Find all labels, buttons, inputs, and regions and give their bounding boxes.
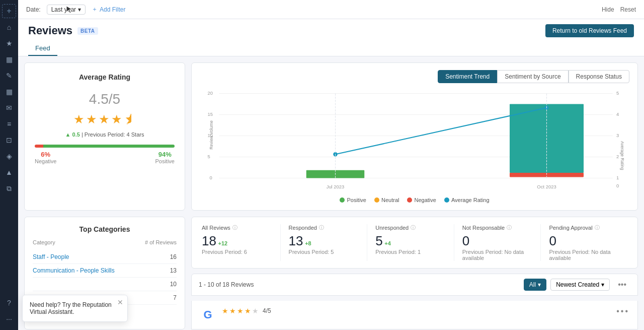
topbar: Date: Last year ▾ ＋ Add Filter Hide Rese… xyxy=(18,0,644,19)
svg-text:Oct 2023: Oct 2023 xyxy=(537,184,556,190)
sidebar-item-layers[interactable]: ⧉ xyxy=(2,181,16,195)
reset-button[interactable]: Reset xyxy=(620,6,636,13)
category-count-3: 10 xyxy=(170,281,177,288)
sidebar-item-star[interactable]: ★ xyxy=(2,36,16,50)
pending-approval-value: 0 xyxy=(549,233,556,248)
svg-text:15: 15 xyxy=(207,111,213,117)
all-reviews-delta: +12 xyxy=(218,240,228,246)
sidebar-item-people[interactable]: ⊡ xyxy=(2,133,16,147)
stars-display: ★ ★ ★ ★ ⯨ xyxy=(35,112,175,126)
top-row: Average Rating 4.5/5 ★ ★ ★ ★ ⯨ ▲ 0.5 | P… xyxy=(24,62,638,211)
pending-approval-value-row: 0 xyxy=(549,233,619,249)
star-2: ★ xyxy=(86,112,97,126)
star-1: ★ xyxy=(73,112,85,126)
unresponded-delta: +4 xyxy=(384,240,391,246)
date-filter-pill[interactable]: Last year ▾ xyxy=(47,5,86,15)
list-icon: ≡ xyxy=(7,120,11,128)
reviews-col-header: # of Reviews xyxy=(145,239,177,245)
sidebar-item-tag[interactable]: ◈ xyxy=(2,149,16,163)
return-to-old-button[interactable]: Return to old Reviews Feed xyxy=(545,24,634,37)
legend-positive: Positive xyxy=(340,197,366,203)
stats-and-list: All Reviews ⓘ 18 +12 Previous Period: 6 xyxy=(191,217,638,329)
review-actions-button[interactable]: ••• xyxy=(616,307,629,316)
stat-responded: Responded ⓘ 13 +8 Previous Period: 5 xyxy=(281,224,368,261)
chart-tab-sentiment-source[interactable]: Sentiment by Source xyxy=(497,70,568,83)
list-controls: All ▾ Newest Created ▾ ••• xyxy=(524,278,630,291)
pos-pct: 94% xyxy=(155,151,175,158)
date-label: Date: xyxy=(26,6,41,13)
page-header: Reviews BETA Return to old Reviews Feed … xyxy=(18,19,644,56)
sentiment-bar xyxy=(35,145,175,148)
sidebar-item-question[interactable]: ? xyxy=(2,296,16,310)
negative-dot xyxy=(407,197,412,203)
responded-delta: +8 xyxy=(305,240,311,246)
svg-text:Average Rating: Average Rating xyxy=(620,141,625,170)
rating-score: 4.5/5 xyxy=(35,87,175,108)
chart-header: Sentiment Trend Sentiment by Source Resp… xyxy=(200,70,629,83)
edit-icon: ✎ xyxy=(6,72,12,80)
mail-icon: ✉ xyxy=(6,104,12,112)
sentiment-chart: 20 15 10 5 0 5 4 3 2 1 0 xyxy=(200,88,629,194)
sidebar-item-chart[interactable]: ▦ xyxy=(2,52,16,67)
rating-value: 4.5 xyxy=(89,91,109,107)
sentiment-labels: 6% Negative 94% Positive xyxy=(35,151,175,164)
category-name-2[interactable]: Communication - People Skills xyxy=(33,267,115,274)
neg-pct: 6% xyxy=(35,151,56,158)
svg-text:Review Volume: Review Volume xyxy=(209,120,214,150)
sidebar-item-list[interactable]: ≡ xyxy=(2,117,16,131)
pending-approval-prev: Previous Period: No data available xyxy=(549,249,619,261)
all-filter-button[interactable]: All ▾ xyxy=(524,279,546,291)
positive-dot xyxy=(340,197,345,203)
negative-legend-label: Negative xyxy=(414,197,436,203)
sidebar: + ⌂ ★ ▦ ✎ ▦ ✉ ≡ ⊡ ◈ ▲ ⧉ ? ··· xyxy=(0,0,18,330)
chat-popup: ✕ Need help? Try the Reputation Virtual … xyxy=(22,295,128,322)
responded-label: Responded ⓘ xyxy=(289,224,359,231)
sidebar-item-mail[interactable]: ✉ xyxy=(2,101,16,115)
tab-feed[interactable]: Feed xyxy=(28,41,57,56)
review-star-3: ★ xyxy=(237,307,244,315)
pos-label: Positive xyxy=(155,158,175,164)
sidebar-item-more[interactable]: ··· xyxy=(2,312,16,326)
svg-text:0: 0 xyxy=(616,183,619,188)
svg-text:5: 5 xyxy=(616,90,619,96)
add-filter-button[interactable]: ＋ Add Filter xyxy=(92,5,125,14)
chart-legend: Positive Neutral Negative Average R xyxy=(200,197,629,203)
all-reviews-info-icon: ⓘ xyxy=(232,224,237,231)
categories-header: Category # of Reviews xyxy=(33,239,177,245)
tabs: Feed xyxy=(28,41,634,56)
star-4: ★ xyxy=(111,112,122,126)
sidebar-item-edit[interactable]: ✎ xyxy=(2,69,16,83)
more-options-button[interactable]: ••• xyxy=(614,278,630,291)
category-name-1[interactable]: Staff - People xyxy=(33,253,69,260)
graph-icon: ▲ xyxy=(6,168,13,176)
category-count-4: 7 xyxy=(173,294,177,301)
all-reviews-value: 18 xyxy=(202,233,216,248)
sort-button[interactable]: Newest Created ▾ xyxy=(550,279,610,291)
question-icon: ? xyxy=(7,299,11,307)
chevron-down-icon: ▾ xyxy=(78,6,81,13)
chart-tab-response-status[interactable]: Response Status xyxy=(569,70,629,83)
chat-close-button[interactable]: ✕ xyxy=(117,298,123,306)
list-item: Staff - People 16 xyxy=(33,250,177,264)
calendar-icon: ▦ xyxy=(6,88,13,96)
page-title-row: Reviews BETA Return to old Reviews Feed xyxy=(28,24,634,37)
list-item: Communication - People Skills 13 xyxy=(33,264,177,278)
rating-card: Average Rating 4.5/5 ★ ★ ★ ★ ⯨ ▲ 0.5 | P… xyxy=(24,62,185,211)
sidebar-item-home[interactable]: ⌂ xyxy=(2,20,16,34)
sidebar-add-button[interactable]: + xyxy=(2,4,16,18)
chevron-down-icon: ▾ xyxy=(601,281,604,288)
beta-badge: BETA xyxy=(77,27,98,35)
chart-tab-sentiment-trend[interactable]: Sentiment Trend xyxy=(438,70,497,83)
positive-legend-label: Positive xyxy=(347,197,366,203)
hide-button[interactable]: Hide xyxy=(602,6,614,13)
tag-icon: ◈ xyxy=(7,152,12,160)
neutral-dot xyxy=(374,197,379,203)
sidebar-item-graph[interactable]: ▲ xyxy=(2,165,16,179)
sidebar-item-calendar[interactable]: ▦ xyxy=(2,85,16,99)
chart-card: Sentiment Trend Sentiment by Source Resp… xyxy=(191,62,638,211)
rating-prev-period: | Previous Period: 4 Stars xyxy=(82,131,144,138)
svg-text:3: 3 xyxy=(616,133,619,138)
chevron-down-icon: ▾ xyxy=(538,281,541,288)
unresponded-label: Unresponded ⓘ xyxy=(375,224,446,231)
all-reviews-value-row: 18 +12 xyxy=(202,233,272,249)
